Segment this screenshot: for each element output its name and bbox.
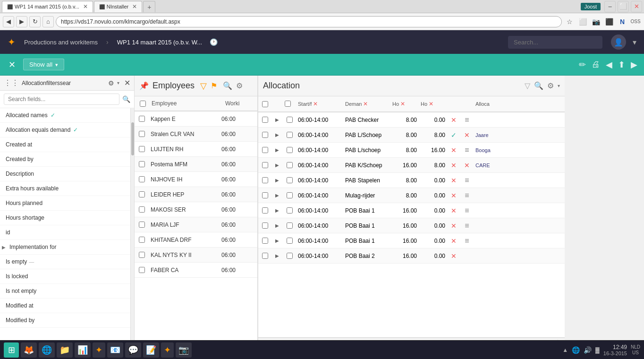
alloc-row-check[interactable] bbox=[262, 147, 268, 153]
start-clear-icon[interactable]: ✕ bbox=[313, 101, 318, 107]
back-btn[interactable]: ◀ bbox=[3, 16, 14, 27]
row-checkbox[interactable] bbox=[139, 267, 145, 273]
alloc-row-check[interactable] bbox=[262, 222, 268, 229]
row-expand-icon[interactable]: ▶ bbox=[275, 132, 279, 137]
new-tab-button[interactable]: + bbox=[143, 1, 155, 12]
taskbar-app-skype[interactable]: 💬 bbox=[125, 342, 141, 358]
user-avatar[interactable]: 👤 bbox=[611, 34, 626, 50]
filter-item-is-locked[interactable]: Is locked bbox=[0, 269, 134, 284]
browser-icon-n[interactable]: N bbox=[617, 16, 628, 27]
employees-filter-icon[interactable]: ▽ bbox=[200, 81, 207, 91]
alloc-row-check2[interactable] bbox=[287, 253, 293, 259]
taskbar-app-excel[interactable]: 📊 bbox=[75, 342, 91, 358]
arrow-left-icon[interactable]: ◀ bbox=[606, 60, 612, 70]
tab-close-wp1[interactable]: ✕ bbox=[83, 3, 88, 10]
row-checkbox[interactable] bbox=[139, 131, 145, 137]
header-search-input[interactable] bbox=[508, 36, 602, 49]
tab-wp1[interactable]: ⬛ WP1 14 maart 2015 (o.b.v... ✕ bbox=[2, 1, 93, 12]
filter-item-is-empty[interactable]: Is empty — bbox=[0, 255, 134, 269]
filter-search-button[interactable]: 🔍 bbox=[122, 95, 130, 103]
allocation-filter-icon[interactable]: ▽ bbox=[525, 81, 530, 90]
hours2-clear-icon[interactable]: ✕ bbox=[429, 101, 433, 107]
taskbar-app-camera[interactable]: 📷 bbox=[176, 342, 192, 358]
alloc-row-check[interactable] bbox=[262, 117, 268, 123]
employees-active-filter-icon[interactable]: ⚑ bbox=[211, 81, 217, 90]
pencil-icon[interactable]: ✏ bbox=[579, 60, 586, 70]
row-checkbox[interactable] bbox=[139, 222, 145, 228]
taskbar-app-star[interactable]: ✦ bbox=[93, 342, 105, 358]
taskbar-app-firefox[interactable]: 🦊 bbox=[21, 342, 37, 358]
minimize-btn[interactable]: – bbox=[604, 1, 616, 12]
row-checkbox[interactable] bbox=[139, 206, 145, 213]
employees-settings-icon[interactable]: ⚙ bbox=[236, 81, 243, 90]
upload-icon[interactable]: ⬆ bbox=[618, 60, 625, 70]
taskbar-app-word[interactable]: 📝 bbox=[143, 342, 159, 358]
taskbar-app-folder[interactable]: 📁 bbox=[57, 342, 73, 358]
demand-clear-icon[interactable]: ✕ bbox=[363, 101, 368, 107]
row-expand-icon[interactable]: ▶ bbox=[275, 162, 279, 168]
show-all-button[interactable]: Show all bbox=[23, 59, 64, 70]
taskbar-app-chrome[interactable]: 🌐 bbox=[39, 342, 55, 358]
forward-btn[interactable]: ▶ bbox=[16, 16, 27, 27]
filter-scrollbar[interactable] bbox=[130, 108, 134, 348]
filter-item-extra-hours[interactable]: Extra hours available bbox=[0, 181, 134, 196]
url-bar[interactable] bbox=[56, 16, 562, 27]
filter-item-allocated-names[interactable]: Allocated names ✓ bbox=[0, 108, 134, 123]
row-expand-icon[interactable]: ▶ bbox=[275, 178, 279, 183]
alloc-row-check2[interactable] bbox=[287, 238, 293, 244]
row-checkbox[interactable] bbox=[139, 237, 145, 243]
filter-item-allocation-equals-demand[interactable]: Allocation equals demand ✓ bbox=[0, 123, 134, 137]
filter-item-created-by[interactable]: Created by bbox=[0, 152, 134, 167]
filter-search-input[interactable] bbox=[4, 94, 119, 105]
close-btn[interactable]: ✕ bbox=[631, 1, 642, 12]
alloc-row-check2[interactable] bbox=[287, 222, 293, 229]
tab-ninstaller[interactable]: ⬛ NInstaller ✕ bbox=[94, 1, 142, 12]
row-expand-icon[interactable]: ▶ bbox=[275, 147, 279, 153]
filter-item-modified-at[interactable]: Modified at bbox=[0, 299, 134, 313]
alloc-row-check[interactable] bbox=[262, 192, 268, 198]
user-dropdown-icon[interactable]: ▾ bbox=[633, 38, 636, 47]
maximize-btn[interactable]: ⬜ bbox=[618, 1, 629, 12]
row-expand-icon[interactable]: ▶ bbox=[275, 208, 279, 213]
alloc-row-check[interactable] bbox=[262, 238, 268, 244]
row-expand-icon[interactable]: ▶ bbox=[275, 117, 279, 122]
hours1-clear-icon[interactable]: ✕ bbox=[400, 101, 405, 107]
close-panel-button[interactable]: ✕ bbox=[7, 58, 17, 72]
row-expand-icon[interactable]: ▶ bbox=[275, 238, 279, 243]
allocation-settings-icon[interactable]: ⚙ bbox=[547, 81, 554, 90]
row-expand-icon[interactable]: ▶ bbox=[275, 193, 279, 198]
alloc-row-check2[interactable] bbox=[287, 147, 293, 153]
alloc-row-check2[interactable] bbox=[287, 132, 293, 138]
filter-item-id[interactable]: id bbox=[0, 225, 134, 240]
row-expand-icon[interactable]: ▶ bbox=[275, 253, 279, 258]
filter-gear-dropdown[interactable]: ▾ bbox=[117, 80, 119, 85]
filter-item-hours-shortage[interactable]: Hours shortage bbox=[0, 211, 134, 225]
row-checkbox[interactable] bbox=[139, 176, 145, 182]
taskbar-hide-icons[interactable]: ▲ bbox=[562, 347, 568, 353]
alloc-row-check[interactable] bbox=[262, 207, 268, 214]
row-checkbox[interactable] bbox=[139, 252, 145, 258]
taskbar-app-plugin[interactable]: ✦ bbox=[161, 342, 174, 358]
print-icon[interactable]: 🖨 bbox=[592, 60, 600, 69]
tab-close-ninstaller[interactable]: ✕ bbox=[132, 3, 137, 10]
browser-icon-3[interactable]: ⬛ bbox=[603, 16, 615, 27]
filter-item-modified-by[interactable]: Modified by bbox=[0, 313, 134, 328]
alloc-check2[interactable] bbox=[285, 101, 291, 107]
alloc-row-check2[interactable] bbox=[287, 117, 293, 123]
refresh-btn[interactable]: ↻ bbox=[29, 16, 41, 27]
browser-icon-oss[interactable]: OSS bbox=[630, 16, 641, 27]
browser-icon-2[interactable]: 📷 bbox=[590, 16, 602, 27]
alloc-row-check2[interactable] bbox=[287, 177, 293, 183]
row-checkbox[interactable] bbox=[139, 116, 145, 122]
alloc-row-check[interactable] bbox=[262, 177, 268, 183]
filter-settings-icon[interactable]: ⚙ bbox=[108, 79, 114, 87]
alloc-row-check[interactable] bbox=[262, 132, 268, 138]
alloc-select-all[interactable] bbox=[262, 101, 268, 107]
filter-item-created-at[interactable]: Created at bbox=[0, 137, 134, 152]
row-expand-icon[interactable]: ▶ bbox=[275, 223, 279, 228]
filter-item-is-not-empty[interactable]: Is not empty bbox=[0, 284, 134, 299]
taskbar-start-button[interactable]: ⊞ bbox=[4, 342, 19, 358]
home-btn[interactable]: ⌂ bbox=[42, 16, 54, 27]
taskbar-app-outlook[interactable]: 📧 bbox=[107, 342, 123, 358]
alloc-row-check2[interactable] bbox=[287, 192, 293, 198]
